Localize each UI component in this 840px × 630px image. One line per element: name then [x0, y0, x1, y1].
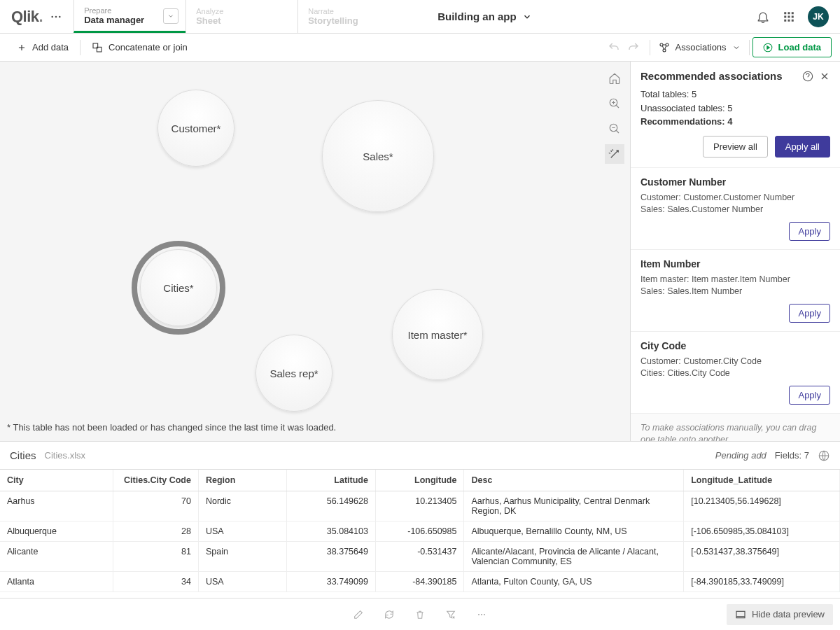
bubble-sales[interactable]: Sales* — [322, 100, 434, 212]
apply-button[interactable]: Apply — [789, 222, 830, 241]
col-header[interactable]: Desc — [464, 470, 684, 491]
col-header[interactable]: Region — [198, 470, 287, 491]
zoom-in-icon[interactable] — [605, 94, 624, 113]
svg-rect-10 — [788, 19, 790, 21]
svg-point-1 — [55, 15, 57, 18]
load-data-button[interactable]: Load data — [752, 37, 832, 57]
more-icon[interactable] — [476, 609, 487, 620]
table-cell: 35.084103 — [287, 522, 376, 542]
home-icon[interactable] — [605, 69, 624, 88]
concatenate-icon — [92, 42, 103, 53]
close-icon[interactable] — [819, 71, 830, 82]
col-header[interactable]: Cities.City Code — [113, 470, 198, 491]
svg-rect-9 — [784, 19, 786, 21]
table-cell: USA — [198, 572, 287, 592]
recommendations-panel: Recommended associations Total tables: 5… — [630, 62, 840, 441]
app-title: Building an app — [438, 10, 517, 22]
col-header[interactable]: Longitude_Latitude — [684, 470, 840, 491]
hide-data-preview-button[interactable]: Hide data preview — [727, 604, 833, 625]
panel-collapse-icon — [735, 609, 746, 620]
svg-rect-3 — [784, 12, 786, 14]
tab-narrate-label: Storytelling — [308, 15, 400, 26]
tab-analyze-group: Analyze — [196, 7, 288, 15]
table-cell: 34 — [113, 572, 198, 592]
table-row[interactable]: Atlanta34USA33.749099-84.390185Atlanta, … — [0, 572, 840, 592]
data-preview-table[interactable]: City Cities.City Code Region Latitude Lo… — [0, 469, 840, 598]
apps-grid-icon[interactable] — [783, 10, 795, 23]
table-cell: -0.531437 — [375, 542, 464, 572]
preview-all-button[interactable]: Preview all — [703, 136, 768, 158]
panel-footer-hint: To make associations manually, you can d… — [631, 413, 840, 442]
globe-icon[interactable] — [818, 449, 830, 462]
rec-line: Item master: Item master.Item Number — [640, 274, 830, 286]
tab-prepare-dropdown[interactable] — [163, 8, 178, 24]
magic-wand-icon[interactable] — [605, 144, 624, 164]
app-title-bar[interactable]: Building an app — [410, 0, 745, 33]
chevron-down-icon — [732, 43, 741, 52]
rec-title: City Code — [640, 340, 830, 351]
table-cell: Atlanta — [0, 572, 113, 592]
app-menu-icon[interactable] — [50, 10, 62, 23]
svg-point-16 — [663, 49, 666, 52]
preview-status: Pending add — [715, 450, 766, 461]
qlik-logo: Qlik. — [11, 8, 43, 26]
associations-label: Associations — [676, 42, 727, 52]
table-row[interactable]: Alicante81Spain38.375649-0.531437Alicant… — [0, 542, 840, 572]
divider — [749, 40, 750, 55]
bubble-item-master[interactable]: Item master* — [392, 289, 483, 380]
play-icon — [763, 43, 773, 52]
svg-point-0 — [52, 15, 54, 18]
apply-all-button[interactable]: Apply all — [775, 136, 830, 158]
filter-clear-icon[interactable] — [445, 609, 456, 620]
refresh-icon[interactable] — [384, 609, 395, 620]
table-cell: 56.149628 — [287, 491, 376, 522]
svg-rect-11 — [792, 19, 794, 21]
tab-prepare-group: Prepare — [84, 6, 176, 15]
divider — [80, 40, 80, 55]
bubble-customer[interactable]: Customer* — [158, 90, 234, 167]
bubble-sales-rep[interactable]: Sales rep* — [255, 335, 332, 412]
table-cell: USA — [198, 522, 287, 542]
bubble-cities[interactable]: Cities* — [140, 249, 217, 326]
undo-icon[interactable] — [608, 41, 620, 54]
delete-icon[interactable] — [414, 609, 426, 620]
table-cell: Alicante — [0, 542, 113, 572]
apply-button[interactable]: Apply — [789, 304, 830, 323]
bell-icon[interactable] — [756, 10, 770, 24]
help-icon[interactable] — [802, 71, 813, 82]
svg-rect-4 — [788, 12, 790, 14]
tab-prepare-label: Data manager — [84, 15, 176, 25]
apply-button[interactable]: Apply — [789, 386, 830, 405]
summary-recommendations: Recommendations: 4 — [640, 115, 830, 129]
concatenate-button[interactable]: Concatenate or join — [83, 38, 196, 57]
concatenate-label: Concatenate or join — [108, 42, 188, 52]
svg-point-22 — [478, 613, 479, 615]
rec-line: Customer: Customer.City Code — [640, 356, 830, 368]
table-row[interactable]: Aarhus70Nordic56.14962810.213405Aarhus, … — [0, 491, 840, 522]
col-header[interactable]: Longitude — [375, 470, 464, 491]
rec-title: Customer Number — [640, 176, 830, 188]
associations-dropdown[interactable]: Associations — [653, 42, 746, 53]
col-header[interactable]: Latitude — [287, 470, 376, 491]
table-row[interactable]: Albuquerque28USA35.084103-106.650985Albu… — [0, 522, 840, 542]
user-avatar[interactable]: JK — [808, 6, 829, 27]
associations-canvas[interactable]: Customer* Sales* Cities* Item master* Sa… — [0, 62, 630, 441]
table-cell: 81 — [113, 542, 198, 572]
table-cell: -106.650985 — [375, 522, 464, 542]
redo-icon[interactable] — [627, 41, 640, 54]
edit-icon[interactable] — [353, 609, 364, 620]
col-header[interactable]: City — [0, 470, 113, 491]
rec-title: Item Number — [640, 258, 830, 270]
svg-point-23 — [481, 613, 482, 615]
zoom-out-icon[interactable] — [605, 119, 624, 139]
tab-prepare[interactable]: Prepare Data manager — [74, 0, 186, 33]
add-data-button[interactable]: Add data — [8, 38, 77, 57]
tab-analyze[interactable]: Analyze Sheet — [186, 0, 298, 33]
summary-total: Total tables: 5 — [640, 88, 830, 102]
tab-narrate[interactable]: Narrate Storytelling — [298, 0, 410, 33]
tab-analyze-label: Sheet — [196, 15, 288, 26]
recommendation-card: City Code Customer: Customer.City Code C… — [631, 331, 840, 413]
table-cell: Nordic — [198, 491, 287, 522]
svg-rect-5 — [792, 12, 794, 14]
chevron-down-icon — [522, 12, 532, 22]
